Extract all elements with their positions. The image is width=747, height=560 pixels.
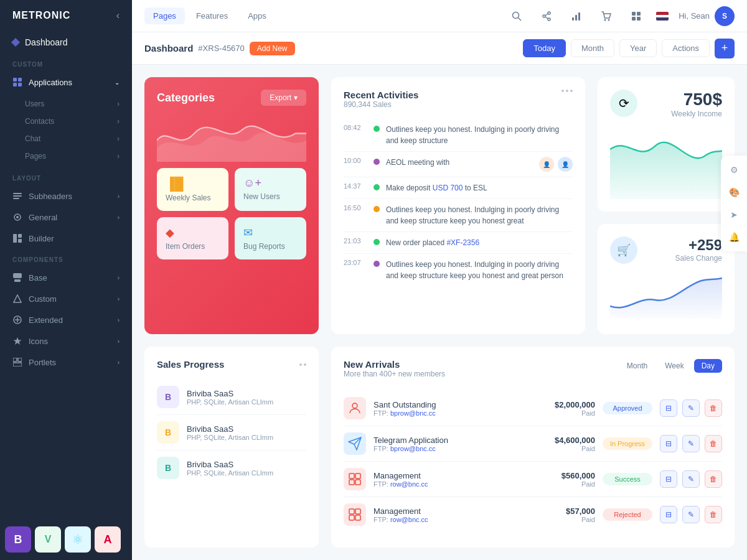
chart-icon[interactable] (566, 6, 586, 26)
sidebar-item-builder[interactable]: Builder (0, 228, 132, 249)
act-dot-green (374, 184, 380, 190)
diamond-icon: ◆ (166, 226, 220, 240)
arrivals-subtitle: More than 400+ new members (344, 370, 445, 378)
today-button[interactable]: Today (523, 39, 566, 57)
svg-point-21 (513, 12, 519, 18)
sidebar-item-icons[interactable]: Icons › (0, 330, 132, 352)
actions-button[interactable]: Actions (662, 39, 710, 57)
top-navigation: Pages Features Apps Hi, Sean (132, 0, 747, 32)
category-weekly-sales[interactable]: ▐█ Weekly Sales (157, 168, 228, 211)
view-button-1[interactable]: ⊟ (660, 435, 677, 452)
activities-menu-dots[interactable] (561, 90, 573, 92)
palette-icon[interactable]: 🎨 (725, 183, 743, 202)
search-icon[interactable] (507, 6, 527, 26)
dashboard-nav-item[interactable]: Dashboard (0, 31, 132, 54)
edit-button-1[interactable]: ✎ (682, 435, 700, 452)
svg-rect-3 (18, 83, 22, 86)
sidebar-sub-pages[interactable]: Pages › (0, 147, 132, 165)
export-button[interactable]: Export ▾ (261, 90, 306, 106)
dot2 (566, 90, 568, 92)
pages-arrow: › (117, 152, 120, 161)
act-text: Outlines keep you honest. Indulging in p… (386, 259, 573, 281)
view-button-3[interactable]: ⊟ (660, 506, 677, 523)
svg-rect-2 (13, 83, 17, 86)
arrival-amount-2: $560,000 Paid (539, 471, 595, 488)
sidebar-item-custom[interactable]: Custom › (0, 288, 132, 309)
act-time: 16:50 (344, 204, 367, 212)
sidebar-item-applications[interactable]: Applications ⌄ (0, 72, 132, 93)
arrival-badge-0: Approved (603, 402, 652, 414)
sp-menu-dots[interactable] (299, 363, 306, 366)
edit-button-0[interactable]: ✎ (682, 399, 700, 417)
add-icon-button[interactable]: + (715, 39, 735, 58)
nav-tab-pages[interactable]: Pages (144, 7, 185, 24)
sidebar-sub-contacts[interactable]: Contacts › (0, 113, 132, 130)
notification-icon[interactable]: 🔔 (725, 228, 743, 246)
svg-rect-5 (13, 195, 22, 197)
svg-rect-42 (349, 509, 354, 514)
cart-icon[interactable] (596, 6, 616, 26)
share-icon[interactable] (537, 6, 557, 26)
bug-reports-label: Bug Reports (243, 242, 298, 251)
users-label: Users (25, 100, 44, 108)
arrivals-tab-month[interactable]: Month (619, 359, 655, 373)
edit-button-2[interactable]: ✎ (682, 470, 700, 488)
add-new-button[interactable]: Add New (250, 42, 295, 55)
act-dot-green (374, 126, 380, 132)
arrivals-tab-week[interactable]: Week (657, 359, 691, 373)
grid-icon[interactable] (626, 6, 646, 26)
angular-icon[interactable]: A (95, 526, 121, 553)
sidebar-item-subheaders[interactable]: Subheaders › (0, 185, 132, 207)
sidebar-sub-chat[interactable]: Chat › (0, 130, 132, 147)
applications-expand-icon: ⌄ (115, 79, 120, 86)
category-item-orders[interactable]: ◆ Item Orders (157, 217, 228, 259)
user-info[interactable]: Hi, Sean S (679, 6, 735, 26)
activity-item-0842: 08:42 Outlines keep you honest. Indulgin… (344, 119, 573, 152)
settings-icon[interactable]: ⚙ (725, 161, 743, 179)
edit-button-3[interactable]: ✎ (682, 506, 700, 523)
sales-progress-card: Sales Progress B Briviba SaaS PHP, SQLit… (144, 347, 319, 548)
svg-rect-19 (18, 358, 22, 362)
month-button[interactable]: Month (571, 39, 614, 57)
svg-rect-18 (13, 358, 17, 362)
sp-logo-2: B (157, 457, 179, 479)
arrivals-tab-day[interactable]: Day (694, 359, 722, 373)
vue-icon[interactable]: V (35, 526, 61, 553)
svg-rect-12 (13, 273, 22, 278)
categories-title: Categories (157, 91, 215, 105)
delete-button-3[interactable]: 🗑 (705, 506, 722, 523)
delete-button-2[interactable]: 🗑 (705, 470, 722, 488)
delete-button-0[interactable]: 🗑 (705, 399, 722, 417)
delete-button-1[interactable]: 🗑 (705, 435, 722, 452)
activities-title: Recent Activities (344, 90, 418, 100)
svg-rect-11 (18, 239, 22, 243)
income-values: 750$ Weekly Income (671, 90, 722, 124)
view-button-0[interactable]: ⊟ (660, 399, 677, 417)
act-dot-purple (374, 261, 380, 267)
svg-rect-40 (349, 480, 354, 485)
right-action-panel: ⚙ 🎨 ➤ 🔔 (721, 156, 747, 251)
sidebar-item-portlets[interactable]: Portlets › (0, 352, 132, 373)
sidebar-toggle-icon[interactable]: ‹ (116, 10, 120, 21)
sidebar-sub-users[interactable]: Users › (0, 95, 132, 113)
nav-tab-apps[interactable]: Apps (239, 7, 275, 24)
sidebar-item-extended[interactable]: Extended › (0, 309, 132, 330)
year-button[interactable]: Year (619, 39, 657, 57)
react-icon[interactable]: ⚛ (65, 526, 91, 553)
bootstrap-icon[interactable]: B (5, 526, 31, 553)
nav-tabs: Pages Features Apps (144, 7, 275, 24)
contacts-label: Contacts (25, 117, 54, 126)
income-label: Weekly Income (671, 110, 722, 118)
view-button-2[interactable]: ⊟ (660, 470, 677, 488)
svg-rect-4 (13, 193, 22, 194)
income-icon: ⟳ (610, 90, 637, 117)
flag-icon[interactable] (656, 12, 669, 21)
send-icon[interactable]: ➤ (725, 205, 743, 224)
sidebar-item-base[interactable]: Base › (0, 267, 132, 288)
base-icon (12, 273, 22, 282)
sidebar-item-general[interactable]: General › (0, 207, 132, 228)
nav-tab-features[interactable]: Features (187, 7, 237, 24)
sp-logo-0: B (157, 386, 179, 408)
category-bug-reports[interactable]: ✉ Bug Reports (235, 217, 306, 259)
category-new-users[interactable]: ☺+ New Users (235, 168, 306, 211)
